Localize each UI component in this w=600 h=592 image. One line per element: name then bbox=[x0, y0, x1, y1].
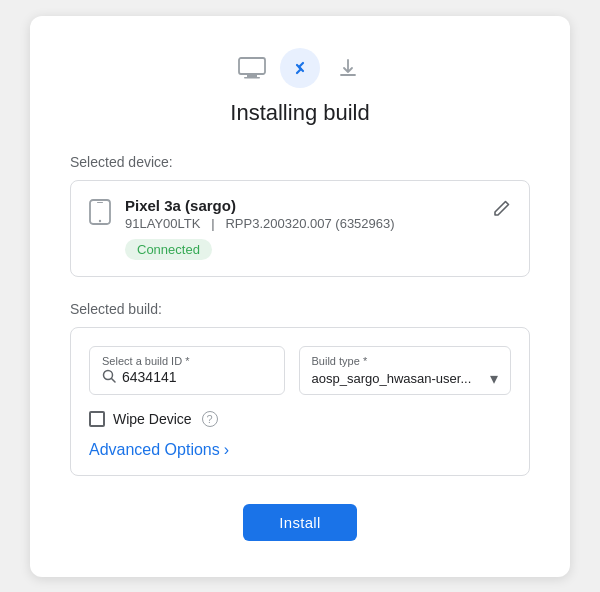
svg-rect-5 bbox=[97, 202, 103, 203]
build-section-label: Selected build: bbox=[70, 301, 530, 317]
build-card: Select a build ID * Build type * aosp_sa… bbox=[70, 327, 530, 476]
svg-rect-0 bbox=[239, 58, 265, 74]
installing-build-dialog: Installing build Selected device: Pixel … bbox=[30, 16, 570, 577]
footer: Install bbox=[70, 504, 530, 541]
build-id-input[interactable] bbox=[122, 369, 272, 385]
top-icons-row bbox=[70, 48, 530, 88]
svg-point-4 bbox=[99, 219, 101, 221]
build-type-label: Build type * bbox=[312, 355, 498, 367]
build-id-inner bbox=[102, 369, 272, 386]
advanced-options-label: Advanced Options bbox=[89, 441, 220, 459]
monitor-icon bbox=[236, 52, 268, 84]
svg-line-7 bbox=[112, 378, 116, 382]
download-icon bbox=[332, 52, 364, 84]
chevron-down-icon: ▾ bbox=[490, 369, 498, 388]
wipe-device-checkbox[interactable] bbox=[89, 411, 105, 427]
wipe-device-label: Wipe Device bbox=[113, 411, 192, 427]
build-id-input-group[interactable]: Select a build ID * bbox=[89, 346, 285, 395]
device-name: Pixel 3a (sargo) bbox=[125, 197, 479, 214]
build-type-dropdown-group[interactable]: Build type * aosp_sargo_hwasan-user... ▾ bbox=[299, 346, 511, 395]
svg-rect-1 bbox=[247, 74, 257, 77]
transfer-icon bbox=[280, 48, 320, 88]
svg-rect-2 bbox=[244, 77, 260, 79]
build-type-value: aosp_sargo_hwasan-user... bbox=[312, 371, 472, 386]
device-serial: 91LAY00LTK bbox=[125, 216, 200, 231]
device-phone-icon bbox=[89, 199, 111, 231]
device-details: 91LAY00LTK | RPP3.200320.007 (6352963) bbox=[125, 216, 479, 231]
build-type-row: aosp_sargo_hwasan-user... ▾ bbox=[312, 369, 498, 388]
build-inputs-row: Select a build ID * Build type * aosp_sa… bbox=[89, 346, 511, 395]
chevron-down-icon: › bbox=[224, 441, 229, 459]
install-button[interactable]: Install bbox=[243, 504, 356, 541]
wipe-device-help-icon[interactable]: ? bbox=[202, 411, 218, 427]
device-section-label: Selected device: bbox=[70, 154, 530, 170]
device-build: RPP3.200320.007 (6352963) bbox=[225, 216, 394, 231]
search-icon bbox=[102, 369, 116, 386]
edit-device-icon[interactable] bbox=[493, 199, 511, 222]
device-card: Pixel 3a (sargo) 91LAY00LTK | RPP3.20032… bbox=[70, 180, 530, 277]
advanced-options-link[interactable]: Advanced Options › bbox=[89, 441, 511, 459]
build-id-label: Select a build ID * bbox=[102, 355, 272, 367]
status-badge: Connected bbox=[125, 239, 212, 260]
device-info: Pixel 3a (sargo) 91LAY00LTK | RPP3.20032… bbox=[125, 197, 479, 260]
page-title: Installing build bbox=[70, 100, 530, 126]
wipe-device-row: Wipe Device ? bbox=[89, 411, 511, 427]
